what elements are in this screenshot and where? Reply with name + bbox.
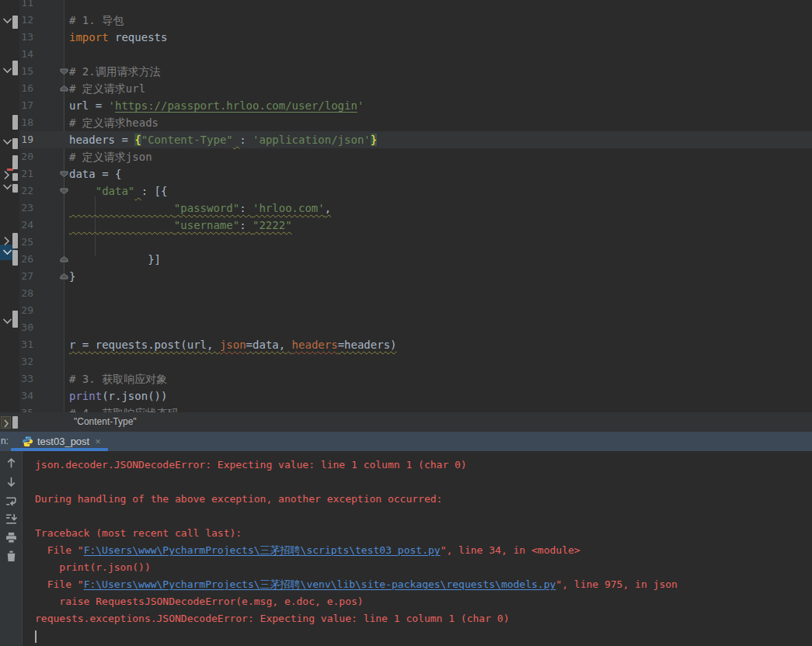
code-token: :	[239, 134, 253, 146]
run-label-cropped: n:	[1, 432, 9, 450]
code-token	[69, 219, 174, 231]
traceback-file-link[interactable]: F:\Users\www\PycharmProjects\三茅招聘\venv\l…	[84, 578, 556, 590]
chevron-down-icon[interactable]	[2, 17, 12, 24]
console-text: File "	[35, 578, 84, 590]
code-line-34[interactable]: 34print(r.json())	[0, 387, 812, 405]
code-token: headers =	[69, 134, 134, 146]
code-line-11[interactable]: 11	[0, 0, 812, 12]
fold-column	[35, 234, 69, 251]
fold-column	[35, 131, 69, 148]
code-token: =headers)	[338, 339, 397, 351]
code-token	[134, 185, 141, 197]
code-token: :	[239, 219, 253, 231]
fold-region-start-icon[interactable]	[60, 68, 68, 75]
chevron-down-icon[interactable]	[2, 183, 12, 190]
fold-column	[35, 302, 69, 319]
code-line-13[interactable]: 13import requests	[0, 29, 812, 46]
code-token: 'application/json'	[253, 134, 371, 146]
chevron-down-icon[interactable]	[2, 248, 12, 255]
gutter-mark	[12, 184, 18, 193]
console-text: Traceback (most recent call last):	[35, 527, 242, 539]
code-line-27[interactable]: 27}	[0, 268, 812, 285]
code-text: # 定义请求heads	[69, 114, 159, 131]
code-line-14[interactable]: 14	[0, 46, 812, 63]
code-token: # 4. 获取响应状态码	[69, 407, 178, 412]
fold-region-start-icon[interactable]	[60, 188, 68, 194]
chevron-right-icon	[3, 419, 10, 428]
breadcrumb-item[interactable]: "Content-Type"	[74, 412, 137, 432]
fold-column	[35, 80, 69, 97]
fold-column	[35, 0, 69, 12]
code-line-28[interactable]: 28	[0, 285, 812, 302]
code-line-24[interactable]: 24 "username": "2222"	[0, 217, 812, 234]
code-token: '	[357, 99, 364, 112]
fold-column	[35, 370, 69, 387]
code-token: print	[69, 390, 102, 402]
fold-region-start-icon[interactable]	[60, 171, 68, 177]
chevron-down-icon[interactable]	[2, 67, 12, 74]
gutter-mark	[12, 61, 18, 75]
code-text: # 4. 获取响应状态码	[69, 405, 178, 412]
code-line-30[interactable]: 30	[0, 319, 812, 336]
code-line-25[interactable]: 25	[0, 234, 812, 251]
console-text: ", line 34, in <module>	[441, 544, 580, 556]
code-text: headers = {"Content-Type" : 'application…	[69, 131, 377, 148]
code-line-26[interactable]: 26 }]	[0, 251, 812, 268]
code-token: headers	[292, 339, 338, 351]
code-token: }]	[69, 253, 161, 266]
code-token: "password"	[174, 202, 239, 214]
code-line-33[interactable]: 33# 3. 获取响应对象	[0, 370, 812, 387]
code-token: :	[239, 202, 253, 214]
breadcrumb-bar: "Content-Type"	[0, 412, 812, 432]
code-line-23[interactable]: 23 "password": 'hrloo.com',	[0, 200, 812, 217]
code-line-18[interactable]: 18# 定义请求heads	[0, 114, 812, 131]
code-text: "username": "2222"	[69, 217, 292, 234]
code-token: }	[371, 134, 377, 146]
code-text: "data" : [{	[69, 182, 167, 200]
traceback-file-link[interactable]: F:\Users\www\PycharmProjects\三茅招聘\script…	[84, 544, 441, 556]
code-text: print(r.json())	[69, 387, 167, 405]
code-editor[interactable]: 1112# 1. 导包13import requests1415# 2.调用请求…	[0, 0, 812, 412]
code-token: # 3. 获取响应对象	[69, 373, 167, 385]
console-text: During handling of the above exception, …	[35, 493, 442, 505]
code-line-21[interactable]: 21data = {	[0, 165, 812, 182]
code-line-12[interactable]: 12# 1. 导包	[0, 12, 812, 29]
code-text: r = requests.post(url, json=data, header…	[69, 336, 396, 353]
code-line-19[interactable]: 19headers = {"Content-Type" : 'applicati…	[0, 131, 812, 148]
code-line-16[interactable]: 16# 定义请求url	[0, 80, 812, 97]
code-line-31[interactable]: 31r = requests.post(url, json=data, head…	[0, 336, 812, 353]
console-line: Traceback (most recent call last):	[0, 525, 812, 542]
chevron-right-icon[interactable]	[3, 170, 10, 180]
gutter-mark	[12, 250, 18, 266]
code-text: # 3. 获取响应对象	[69, 370, 167, 387]
code-line-29[interactable]: 29	[0, 302, 812, 319]
code-line-32[interactable]: 32	[0, 353, 812, 370]
console-text: requests.exceptions.JSONDecodeError: Exp…	[35, 613, 509, 624]
console-line: File "F:\Users\www\PycharmProjects\三茅招聘\…	[0, 576, 812, 593]
fold-region-end-icon[interactable]	[60, 256, 68, 262]
chevron-down-icon[interactable]	[2, 318, 12, 325]
chevron-right-icon[interactable]	[3, 236, 10, 246]
fold-column	[35, 46, 69, 63]
run-console[interactable]: json.decoder.JSONDecodeError: Expecting …	[0, 451, 812, 646]
code-token: import	[69, 31, 109, 43]
gutter-mark	[12, 16, 18, 29]
fold-region-end-icon[interactable]	[60, 85, 68, 92]
chevron-right-box[interactable]	[1, 416, 11, 429]
code-line-22[interactable]: 22 "data" : [{	[0, 182, 812, 200]
code-line-20[interactable]: 20# 定义请求json	[0, 148, 812, 165]
code-token: url =	[69, 99, 109, 112]
chevron-down-icon[interactable]	[2, 138, 12, 145]
code-text: # 定义请求json	[69, 148, 152, 165]
gutter-mark	[12, 173, 18, 181]
fold-column	[35, 405, 69, 412]
code-line-17[interactable]: 17url = 'https://passport.hrloo.com/user…	[0, 97, 812, 114]
close-tab-icon[interactable]: ×	[95, 436, 101, 447]
code-line-35[interactable]: 35# 4. 获取响应状态码	[0, 405, 812, 412]
code-line-15[interactable]: 15# 2.调用请求方法	[0, 63, 812, 80]
fold-region-end-icon[interactable]	[60, 273, 68, 280]
console-line: File "F:\Users\www\PycharmProjects\三茅招聘\…	[0, 542, 812, 559]
code-text: import requests	[69, 29, 167, 46]
gutter-mark	[12, 155, 18, 169]
code-token: json	[220, 339, 246, 351]
